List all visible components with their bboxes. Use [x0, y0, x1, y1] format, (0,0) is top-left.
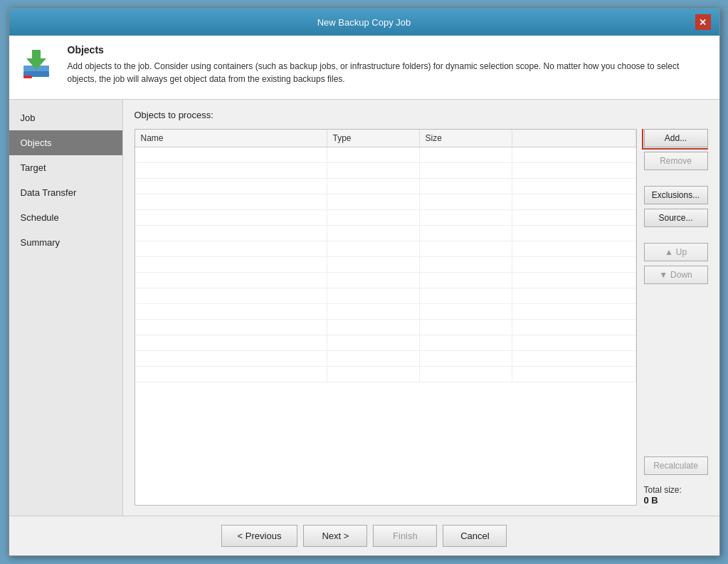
title-bar: New Backup Copy Job ✕	[9, 9, 719, 36]
add-button[interactable]: Add...	[644, 129, 708, 147]
sidebar-item-job[interactable]: Job	[9, 105, 122, 130]
remove-button[interactable]: Remove	[644, 152, 708, 170]
dialog: New Backup Copy Job ✕ Objects Add object…	[9, 8, 720, 556]
source-button[interactable]: Source...	[644, 209, 708, 227]
content-area: Objects to process: Name Type Size	[123, 100, 719, 516]
table-row	[135, 257, 636, 273]
cancel-button[interactable]: Cancel	[443, 525, 507, 547]
table-header: Name Type Size	[135, 130, 636, 147]
header-icon	[21, 44, 58, 81]
sidebar-item-schedule[interactable]: Schedule	[9, 205, 122, 230]
finish-button[interactable]: Finish	[373, 525, 437, 547]
header-section: Objects Add objects to the job. Consider…	[9, 36, 719, 100]
table-row	[135, 351, 636, 367]
header-text: Objects Add objects to the job. Consider…	[68, 44, 708, 85]
header-title: Objects	[68, 44, 708, 56]
sidebar-item-summary[interactable]: Summary	[9, 230, 122, 255]
table-row	[135, 179, 636, 194]
table-row	[135, 273, 636, 288]
table-row	[135, 147, 636, 163]
table-row	[135, 335, 636, 351]
table-rows	[135, 147, 636, 505]
footer: < Previous Next > Finish Cancel	[9, 516, 719, 555]
right-buttons: Add... Remove Exclusions... Source... ▲ …	[644, 129, 708, 506]
svg-rect-3	[23, 75, 32, 78]
col-header-rest	[512, 130, 636, 147]
recalculate-button[interactable]: Recalculate	[644, 456, 708, 475]
sidebar-item-objects[interactable]: Objects	[9, 130, 122, 155]
table-row	[135, 241, 636, 257]
col-header-size: Size	[420, 130, 512, 147]
table-row	[135, 304, 636, 320]
table-row	[135, 367, 636, 382]
close-button[interactable]: ✕	[695, 14, 711, 30]
previous-button[interactable]: < Previous	[221, 525, 298, 547]
header-description: Add objects to the job. Consider using c…	[68, 60, 708, 85]
objects-label: Objects to process:	[134, 110, 708, 120]
sidebar-item-target[interactable]: Target	[9, 155, 122, 180]
down-arrow-icon: ▼	[659, 270, 668, 280]
up-button[interactable]: ▲ Up	[644, 243, 708, 261]
table-row	[135, 226, 636, 241]
up-arrow-icon: ▲	[665, 247, 673, 257]
objects-main: Name Type Size	[134, 129, 708, 506]
total-size-label: Total size:	[644, 485, 708, 495]
exclusions-button[interactable]: Exclusions...	[644, 186, 708, 204]
objects-icon	[21, 44, 58, 81]
objects-table: Name Type Size	[134, 129, 637, 506]
table-row	[135, 163, 636, 179]
dialog-title: New Backup Copy Job	[33, 17, 695, 28]
down-button[interactable]: ▼ Down	[644, 266, 708, 284]
table-row	[135, 288, 636, 304]
col-header-type: Type	[327, 130, 420, 147]
main-content: Job Objects Target Data Transfer Schedul…	[9, 100, 719, 516]
table-row	[135, 194, 636, 210]
table-row	[135, 210, 636, 226]
sidebar: Job Objects Target Data Transfer Schedul…	[9, 100, 123, 516]
total-size-value: 0 B	[644, 495, 708, 506]
sidebar-item-data-transfer[interactable]: Data Transfer	[9, 180, 122, 205]
total-size-section: Total size: 0 B	[644, 479, 708, 506]
table-row	[135, 320, 636, 335]
next-button[interactable]: Next >	[303, 525, 367, 547]
col-header-name: Name	[135, 130, 327, 147]
